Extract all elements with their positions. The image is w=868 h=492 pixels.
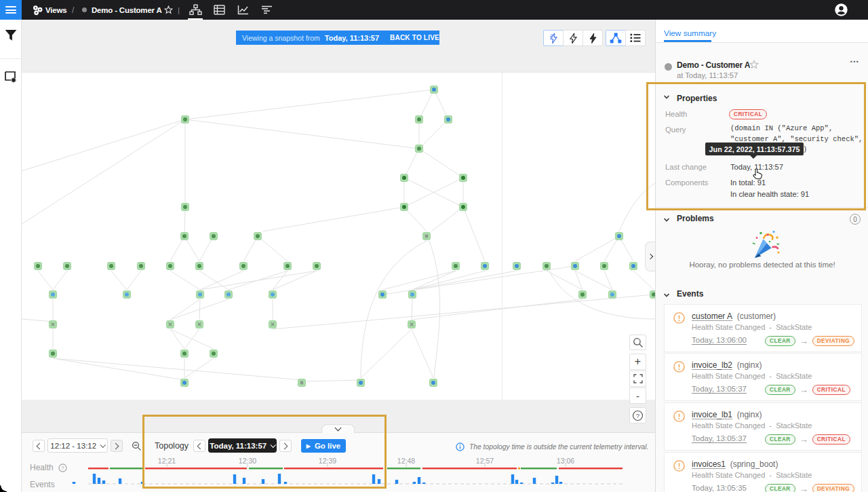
svg-text:12:48: 12:48 (397, 457, 415, 465)
svg-text:13:06: 13:06 (557, 457, 574, 465)
svg-text:?: ? (636, 412, 639, 419)
svg-text:?: ? (61, 465, 64, 471)
svg-text:12:57: 12:57 (476, 457, 494, 465)
